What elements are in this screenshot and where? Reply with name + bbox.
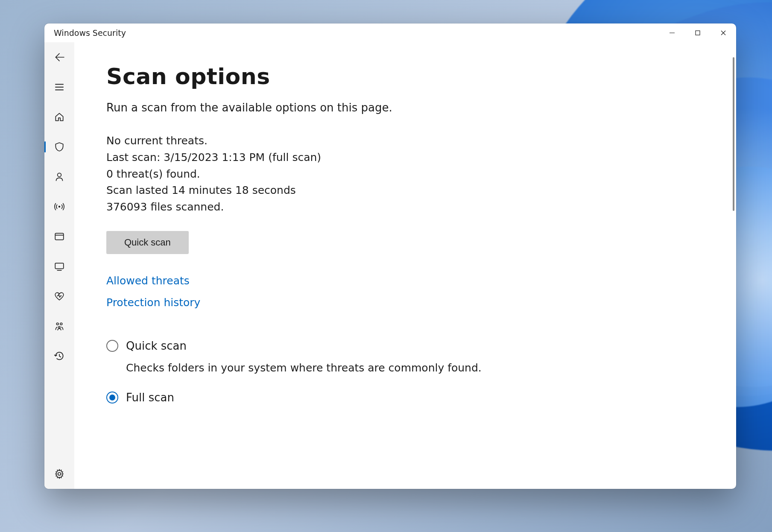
radio-full-scan[interactable] [106,392,118,403]
svg-rect-9 [55,233,64,240]
svg-rect-1 [696,31,700,35]
sidebar-item-device-performance[interactable] [44,281,74,311]
scan-option-full[interactable]: Full scan [106,391,704,404]
sidebar [44,42,74,489]
close-button[interactable] [711,23,736,42]
svg-point-16 [58,473,61,476]
sidebar-item-home[interactable] [44,102,74,132]
svg-point-14 [60,323,62,325]
svg-point-7 [58,173,61,177]
back-button[interactable] [44,42,74,72]
quick-scan-button[interactable]: Quick scan [106,231,189,254]
content-area: Scan options Run a scan from the availab… [74,42,736,489]
window-title: Windows Security [54,28,126,38]
windows-security-window: Windows Security [44,23,736,489]
sidebar-item-app-browser-control[interactable] [44,222,74,251]
heart-pulse-icon [54,291,65,302]
nav-menu-button[interactable] [44,72,74,102]
svg-point-8 [58,206,60,208]
radio-quick-scan[interactable] [106,340,118,352]
scan-option-label: Full scan [126,391,174,404]
close-icon [720,30,726,36]
sidebar-item-firewall-network[interactable] [44,192,74,222]
maximize-button[interactable] [685,23,711,42]
svg-point-15 [58,326,60,328]
status-threats-found: 0 threat(s) found. [106,166,704,183]
window-controls [659,23,736,42]
status-no-threats: No current threats. [106,133,704,149]
sidebar-item-family-options[interactable] [44,311,74,341]
person-icon [54,171,65,182]
minimize-button[interactable] [659,23,685,42]
minimize-icon [669,30,675,36]
protection-history-link[interactable]: Protection history [106,296,704,309]
scan-option-desc: Checks folders in your system where thre… [126,362,704,374]
family-icon [54,321,65,332]
svg-rect-11 [55,263,64,269]
scan-option-label: Quick scan [126,339,187,352]
home-icon [54,111,65,123]
status-last-scan: Last scan: 3/15/2023 1:13 PM (full scan) [106,149,704,166]
app-window-icon [54,231,65,242]
svg-point-13 [56,323,58,325]
shield-icon [54,141,65,152]
sidebar-item-settings[interactable] [44,459,74,489]
status-files-scanned: 376093 files scanned. [106,199,704,216]
gear-icon [54,468,65,479]
sidebar-item-virus-protection[interactable] [44,132,74,162]
page-title: Scan options [106,64,704,89]
titlebar: Windows Security [44,23,736,42]
history-icon [54,351,65,362]
sidebar-item-account-protection[interactable] [44,162,74,192]
status-duration: Scan lasted 14 minutes 18 seconds [106,182,704,199]
sidebar-item-protection-history[interactable] [44,341,74,371]
page-subheading: Run a scan from the available options on… [106,101,704,114]
hamburger-icon [54,82,65,93]
scan-option-quick[interactable]: Quick scan Checks folders in your system… [106,339,704,374]
antenna-icon [54,201,65,212]
maximize-icon [695,30,701,36]
monitor-icon [54,261,65,272]
sidebar-item-device-security[interactable] [44,251,74,281]
scrollbar[interactable] [733,57,734,211]
scan-options-list: Quick scan Checks folders in your system… [106,339,704,404]
back-arrow-icon [54,52,65,63]
allowed-threats-link[interactable]: Allowed threats [106,275,704,287]
scan-status: No current threats. Last scan: 3/15/2023… [106,133,704,216]
